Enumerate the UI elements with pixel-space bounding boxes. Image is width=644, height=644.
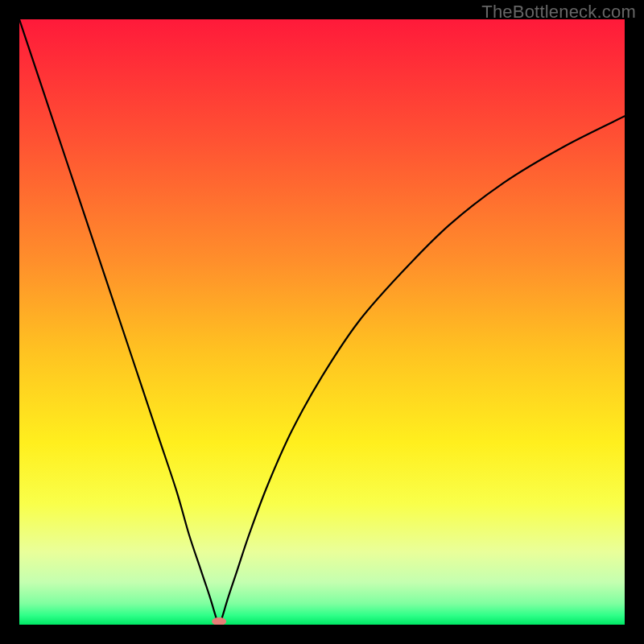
bottleneck-chart — [19, 19, 625, 625]
chart-frame — [19, 19, 625, 625]
chart-background — [19, 19, 625, 625]
watermark-text: TheBottleneck.com — [481, 2, 636, 23]
